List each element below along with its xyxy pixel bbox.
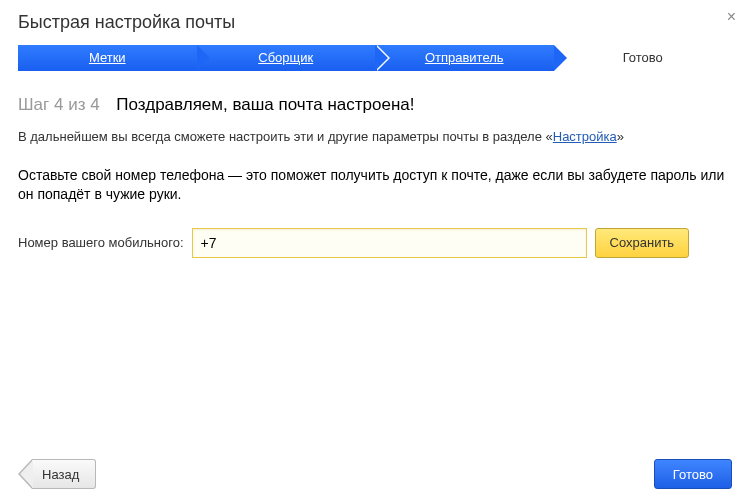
info-text: Оставьте свой номер телефона — это помож… [18, 166, 732, 204]
back-button[interactable]: Назад [32, 459, 96, 489]
step-sender[interactable]: Отправитель [375, 45, 554, 71]
phone-row: Номер вашего мобильного: Сохранить [18, 228, 732, 258]
phone-label: Номер вашего мобильного: [18, 235, 184, 250]
step-done: Готово [554, 45, 733, 71]
settings-link[interactable]: Настройка [553, 129, 617, 144]
step-label: Готово [623, 50, 663, 65]
description-text: В дальнейшем вы всегда сможете настроить… [18, 129, 732, 144]
step-label: Метки [89, 50, 126, 65]
step-counter: Шаг 4 из 4 [18, 95, 100, 114]
save-button[interactable]: Сохранить [595, 228, 690, 258]
step-labels[interactable]: Метки [18, 45, 197, 71]
desc-suffix: » [617, 129, 624, 144]
step-title: Поздравляем, ваша почта настроена! [116, 95, 414, 114]
step-label: Отправитель [425, 50, 504, 65]
step-label: Сборщик [258, 50, 313, 65]
step-collector[interactable]: Сборщик [197, 45, 376, 71]
wizard-steps: Метки Сборщик Отправитель Готово [18, 45, 732, 71]
wizard-footer: Назад Готово [18, 459, 732, 489]
phone-input[interactable] [192, 228, 587, 258]
desc-prefix: В дальнейшем вы всегда сможете настроить… [18, 129, 553, 144]
wizard-title: Быстрая настройка почты [18, 12, 732, 33]
step-heading: Шаг 4 из 4 Поздравляем, ваша почта настр… [18, 95, 732, 115]
close-icon[interactable]: × [727, 8, 736, 26]
done-button[interactable]: Готово [654, 459, 732, 489]
